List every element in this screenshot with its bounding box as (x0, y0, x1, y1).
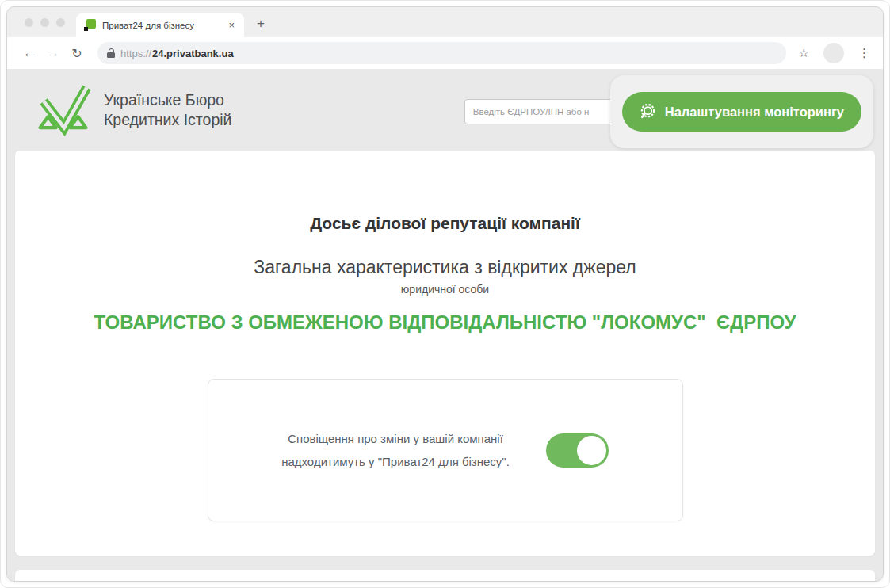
site-header: Українське Бюро Кредитних Історій (7, 69, 883, 151)
company-name: ТОВАРИСТВО З ОБМЕЖЕНОЮ ВІДПОВІДАЛЬНІСТЮ … (15, 311, 875, 334)
tab-strip: Приват24 для бізнесу × + (7, 7, 883, 37)
browser-tab[interactable]: Приват24 для бізнесу × (76, 13, 244, 37)
search-input[interactable] (464, 99, 620, 124)
ubki-logo-text: Українське Бюро Кредитних Історій (104, 90, 231, 129)
tab-title: Приват24 для бізнесу (102, 21, 220, 30)
page-title: Досьє ділової репутації компанії (15, 212, 875, 235)
privat24-favicon (84, 19, 96, 31)
ubki-checkmark-icon (34, 82, 93, 138)
back-icon[interactable]: ← (20, 46, 39, 60)
profile-avatar[interactable] (823, 43, 844, 63)
bookmark-star-icon[interactable]: ☆ (799, 46, 809, 60)
gear-search-icon (640, 103, 657, 120)
ubki-logo[interactable]: Українське Бюро Кредитних Історій (34, 82, 231, 138)
forward-icon[interactable]: → (44, 46, 63, 60)
web-page: Українське Бюро Кредитних Історій (7, 69, 883, 581)
browser-menu-icon[interactable]: ⋮ (855, 46, 873, 60)
logo-line-2: Кредитних Історій (104, 110, 231, 129)
traffic-lights[interactable] (25, 18, 65, 27)
browser-window: Приват24 для бізнесу × + ← → ↻ https:// … (6, 6, 884, 582)
url-host: 24.privatbank.ua (152, 48, 234, 59)
monitoring-bubble: Налаштування моніторингу (610, 75, 873, 148)
entity-type-label: юридичної особи (15, 282, 875, 296)
notification-text: Сповіщення про зміни у вашій компанії на… (281, 427, 510, 474)
toggle-knob (577, 436, 606, 465)
screenshot-frame: Приват24 для бізнесу × + ← → ↻ https:// … (0, 0, 890, 588)
dossier-panel: Досьє ділової репутації компанії Загальн… (15, 151, 875, 556)
browser-toolbar: ← → ↻ https:// 24.privatbank.ua ☆ ⋮ (7, 37, 883, 69)
url-scheme: https:// (120, 48, 151, 59)
notification-line-2: надходитимуть у "Приват24 для бізнесу". (281, 450, 510, 473)
notification-card: Сповіщення про зміни у вашій компанії на… (208, 379, 683, 521)
notification-line-1: Сповіщення про зміни у вашій компанії (281, 427, 510, 450)
logo-line-1: Українське Бюро (104, 90, 231, 109)
address-bar[interactable]: https:// 24.privatbank.ua (97, 42, 786, 64)
reload-icon[interactable]: ↻ (67, 46, 86, 61)
company-search (464, 99, 620, 124)
lock-icon (107, 48, 115, 58)
monitoring-button-label: Налаштування моніторингу (665, 105, 844, 120)
new-tab-button[interactable]: + (257, 16, 265, 32)
next-section-panel (15, 570, 875, 581)
notifications-toggle[interactable] (546, 433, 609, 468)
tab-close-icon[interactable]: × (227, 19, 236, 31)
page-subtitle: Загальна характеристика з відкритих джер… (15, 255, 875, 279)
monitoring-settings-button[interactable]: Налаштування моніторингу (622, 92, 861, 132)
